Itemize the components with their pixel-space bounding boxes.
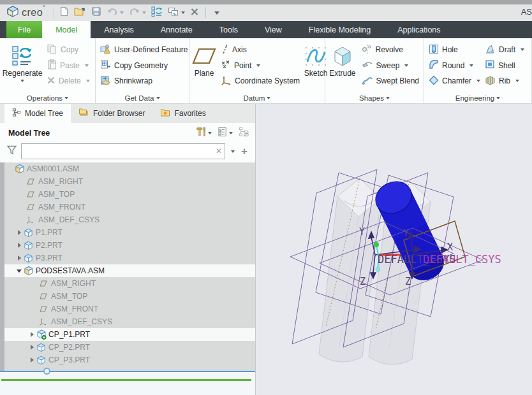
group-label-shapes[interactable]: Shapes: [327, 92, 422, 103]
hole-button[interactable]: Hole: [425, 42, 482, 57]
expand-arrow-icon[interactable]: [15, 243, 24, 248]
tree-item-asm_right[interactable]: ASM_RIGHT: [4, 175, 255, 188]
rib-button[interactable]: Rib: [482, 73, 528, 89]
tree-filter-input[interactable]: [21, 143, 225, 159]
coordinate-system-button[interactable]: Coordinate System: [218, 73, 303, 89]
coordinate-system-icon: [221, 75, 232, 87]
round-button[interactable]: Round: [425, 58, 482, 73]
tab-analysis[interactable]: Analysis: [91, 21, 147, 38]
tree-item-label: CP_P1.PRT: [48, 330, 90, 339]
tree-item-p1-prt[interactable]: P1.PRT: [4, 226, 255, 239]
tab-flexible-modeling[interactable]: Flexible Modeling: [295, 21, 384, 38]
tree-item-p2-prt[interactable]: P2.PRT: [4, 239, 255, 252]
regenerate-qat-icon[interactable]: [149, 5, 165, 20]
axis-label-z2: Z: [405, 276, 411, 287]
graphics-area[interactable]: Y Y X Z Z DEFAULT_CSYS DEFAULT_CSYS: [256, 104, 532, 395]
navigator-tab-folder-browser[interactable]: Folder Browser: [71, 104, 152, 123]
axis-label-z1: Z: [360, 276, 366, 287]
copy-geometry-button[interactable]: Copy Geometry: [97, 58, 191, 73]
new-document-icon[interactable]: [57, 5, 71, 20]
save-icon[interactable]: [89, 5, 103, 20]
tab-applications[interactable]: Applications: [384, 21, 454, 38]
chamfer-button[interactable]: Chamfer: [425, 73, 482, 89]
window-switch-icon[interactable]: [166, 6, 187, 20]
shell-button[interactable]: Shell: [482, 58, 528, 73]
tree-item-asm_def_csys[interactable]: ASM_DEF_CSYS: [4, 315, 255, 328]
add-filter-button[interactable]: +: [239, 145, 250, 158]
expand-arrow-icon[interactable]: [27, 357, 36, 363]
filter-dropdown-icon[interactable]: [231, 150, 235, 153]
extrude-button[interactable]: Extrude: [327, 40, 358, 92]
regenerate-button[interactable]: Regenerate: [1, 40, 43, 92]
collapse-arrow-icon[interactable]: [15, 269, 24, 273]
plane-button[interactable]: Plane: [191, 40, 218, 92]
paste-button[interactable]: Paste: [43, 58, 93, 73]
tree-item-label: CP_P3.PRT: [48, 356, 90, 364]
tree-item-asm_front[interactable]: ASM_FRONT: [4, 303, 255, 315]
titlebar: creo° AS: [0, 4, 532, 21]
tab-model[interactable]: Model: [42, 21, 91, 38]
group-label-engineering[interactable]: Engineering: [425, 92, 530, 103]
hole-icon: [429, 44, 439, 56]
tree-item-asm_top[interactable]: ASM_TOP: [4, 188, 255, 201]
expand-arrow-icon[interactable]: [15, 255, 24, 261]
tree-item-asm0001-asm[interactable]: ASM0001.ASM: [4, 162, 255, 175]
tree-item-asm_top[interactable]: ASM_TOP: [4, 290, 255, 303]
point-button[interactable]: Point: [218, 58, 303, 73]
tree-item-cp_p1-prt[interactable]: CP_P1.PRT: [4, 328, 255, 341]
navigator-panel: Model TreeFolder BrowserFavorites Model …: [0, 104, 256, 395]
navigator-tab-favorites[interactable]: Favorites: [152, 104, 213, 123]
expand-arrow-icon[interactable]: [15, 230, 24, 235]
tree-item-label: CP_P2.PRT: [48, 343, 90, 352]
expand-arrow-icon[interactable]: [27, 332, 36, 337]
tree-item-label: ASM_TOP: [51, 292, 87, 301]
sweep-button[interactable]: Sweep: [358, 58, 422, 73]
plane-icon: [26, 177, 38, 186]
draft-button[interactable]: Draft: [482, 42, 528, 57]
tree-item-p3-prt[interactable]: P3.PRT: [4, 252, 255, 264]
tree-item-label: PODSESTAVA.ASM: [36, 266, 105, 275]
tab-tools[interactable]: Tools: [206, 21, 251, 38]
revolve-button[interactable]: Revolve: [358, 42, 422, 57]
group-label-datum[interactable]: Datum: [191, 92, 323, 103]
tree-item-podsestava-asm[interactable]: PODSESTAVA.ASM: [4, 264, 255, 277]
tab-annotate[interactable]: Annotate: [147, 21, 206, 38]
group-label-operations[interactable]: Operations: [1, 92, 94, 103]
sweep-icon: [362, 60, 373, 71]
axis-label-y2: Y: [403, 227, 409, 239]
open-icon[interactable]: [72, 5, 88, 20]
tree-settings-icon[interactable]: [216, 126, 235, 141]
tree-item-cp_p3-prt[interactable]: CP_P3.PRT: [4, 354, 255, 366]
expand-arrow-icon[interactable]: [27, 345, 36, 350]
axis-label-x2: X: [447, 241, 453, 253]
tree-item-label: ASM_FRONT: [51, 305, 98, 313]
redo-icon[interactable]: [127, 6, 148, 20]
model-tree: ASM0001.ASMASM_RIGHTASM_TOPASM_FRONTASM_…: [0, 162, 255, 371]
delete-button[interactable]: Delete: [43, 73, 93, 89]
tree-item-asm_front[interactable]: ASM_FRONT: [4, 201, 255, 213]
navigator-tab-model-tree[interactable]: Model Tree: [4, 104, 71, 123]
tab-view[interactable]: View: [251, 21, 295, 38]
copy-button[interactable]: Copy: [43, 42, 93, 57]
swept-blend-button[interactable]: Swept Blend: [358, 73, 422, 89]
tab-file[interactable]: File: [6, 21, 42, 38]
axis-button[interactable]: Axis: [218, 42, 303, 57]
tree-item-asm_right[interactable]: ASM_RIGHT: [4, 277, 255, 290]
close-window-icon[interactable]: [188, 6, 201, 20]
tree-item-cp_p2-prt[interactable]: CP_P2.PRT: [4, 341, 255, 354]
panel-splitter[interactable]: [0, 371, 255, 372]
axis-label-y1: Y: [359, 226, 365, 238]
undo-icon[interactable]: [105, 6, 126, 20]
customize-qat-dropdown[interactable]: [211, 10, 221, 16]
assembly-icon: [24, 266, 36, 276]
shrinkwrap-button[interactable]: Shrinkwrap: [97, 73, 191, 89]
group-label-get-data[interactable]: Get Data: [97, 92, 188, 103]
tree-tools-icon[interactable]: [193, 126, 214, 141]
splitter-handle[interactable]: [43, 368, 50, 375]
csys-label-default-csys-b[interactable]: DEFAULT_CSYS: [423, 253, 501, 266]
revolve-icon: [362, 44, 373, 56]
filter-funnel-icon: [6, 145, 17, 157]
tree-item-asm_def_csys[interactable]: ASM_DEF_CSYS: [4, 213, 255, 226]
user-defined-feature-button[interactable]: User-Defined Feature: [97, 42, 191, 57]
clear-filter-icon[interactable]: ✕: [216, 147, 222, 155]
